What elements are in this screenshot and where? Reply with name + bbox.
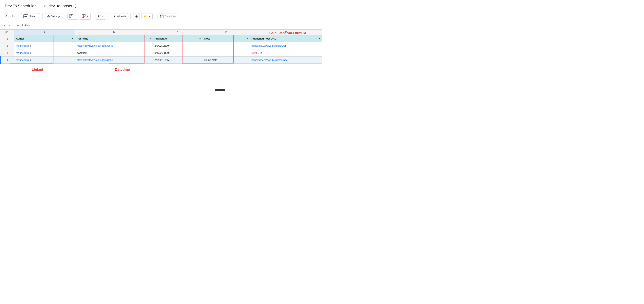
col-c-dropdown-icon[interactable]: ▼ <box>199 37 201 40</box>
header-col-e: Published Post URL ▼ <box>250 35 322 42</box>
style-button[interactable]: Aa Style ▼ <box>21 13 40 19</box>
divider-7 <box>155 13 155 19</box>
svg-rect-2 <box>70 16 71 17</box>
row-2-col-c[interactable]: 2/8/22 15:00 <box>153 42 203 49</box>
table-row: 2 mauricebrg ❯ https://dev.to/aws-builde… <box>0 42 322 49</box>
row-1-num: 1 <box>0 35 14 42</box>
formula-input[interactable] <box>22 24 319 27</box>
header-pub-url: Published Post URL <box>252 37 276 40</box>
col-d-dropdown-icon[interactable]: ▼ <box>246 37 248 40</box>
row-3-linked-chevron[interactable]: ❯ <box>30 52 31 54</box>
table-row: 3 mauricebrg ❯ past post 3/12/20 15:00 <box>0 49 322 56</box>
column-header-row: A B C D E <box>0 30 322 35</box>
header-col-d: Note ▼ <box>203 35 250 42</box>
style-chevron-icon: ▼ <box>36 15 38 17</box>
wizards-icon: ✦ <box>113 14 116 18</box>
row-4-note: Some Note <box>204 58 217 61</box>
header-col-b: Post URL ▼ <box>75 35 153 42</box>
side-panel-icon-1[interactable]: ⬡ <box>218 91 222 91</box>
row-2-pub-url[interactable]: https://dev.to/aws-builders/wor <box>252 44 286 47</box>
insert-row-button[interactable]: + ▼ <box>67 13 78 19</box>
row-4-col-c[interactable]: 2/6/22 15:35 <box>153 56 203 64</box>
row-4-linked-chevron[interactable]: ❯ <box>30 59 31 61</box>
row-2-linked-chevron[interactable]: ❯ <box>30 45 31 47</box>
header-col-c: Publish At ▼ <box>153 35 203 42</box>
table-name[interactable]: dev_to_posts <box>48 4 72 8</box>
header-post-url: Post URL <box>77 37 88 40</box>
row-3-col-d[interactable] <box>203 49 250 56</box>
settings-button[interactable]: ⚙ Settings <box>45 13 62 19</box>
svg-marker-8 <box>6 31 9 34</box>
svg-rect-4 <box>82 14 84 16</box>
undo-icon: ↺ <box>5 14 7 18</box>
row-4-author[interactable]: mauricebrg <box>16 58 29 61</box>
spreadsheet-table: A B C D E 1 Author ▼ Post URL <box>0 29 322 64</box>
row-3-col-c[interactable]: 3/12/20 15:00 <box>153 49 203 56</box>
col-header-c[interactable]: C <box>153 30 203 35</box>
row-2-col-a[interactable]: mauricebrg ❯ <box>14 42 75 49</box>
undo-button[interactable]: ↺ <box>3 13 9 19</box>
formula-confirm-button[interactable]: ✓ <box>8 23 11 27</box>
row-2-author[interactable]: mauricebrg <box>16 44 29 47</box>
lightning-button[interactable]: ⚡ ▼ <box>141 13 152 19</box>
corner-cell <box>0 30 14 35</box>
row-3-col-b[interactable]: past post <box>75 49 153 56</box>
col-b-dropdown-icon[interactable]: ▼ <box>149 37 151 40</box>
row-3-num: 3 <box>0 49 14 56</box>
col-a-dropdown-icon[interactable]: ▼ <box>72 37 74 40</box>
data-header-row: 1 Author ▼ Post URL ▼ Publish At <box>0 35 322 42</box>
col-header-d[interactable]: D <box>203 30 250 35</box>
redo-button[interactable]: ↻ <box>10 13 16 19</box>
row-4-post-url[interactable]: https://dev.to/aws-builders/unde <box>77 58 113 61</box>
save-filter-label: Save filter <box>165 15 176 18</box>
row-3-col-a[interactable]: mauricebrg ❯ <box>14 49 75 56</box>
row-4-pub-url[interactable]: https://dev.to/aws-builders/unde <box>252 58 288 61</box>
row-2-col-b[interactable]: https://dev.to/aws-builders/work <box>75 42 153 49</box>
svg-rect-1 <box>72 14 73 16</box>
app-menu-dots[interactable]: ⋮ <box>37 3 41 8</box>
table-menu-dots[interactable]: ⋮ <box>74 3 78 8</box>
row-4-publish-at: 2/6/22 15:35 <box>154 58 168 61</box>
lightning-icon: ⚡ <box>144 14 148 18</box>
wizards-label: Wizards <box>116 15 126 18</box>
row-2-num: 2 <box>0 42 14 49</box>
svg-text:✕: ✕ <box>84 16 86 18</box>
app-name[interactable]: Dev.To Scheduler <box>5 4 36 8</box>
row-4-col-e[interactable]: https://dev.to/aws-builders/unde <box>250 56 322 64</box>
row-2-col-e[interactable]: https://dev.to/aws-builders/wor <box>250 42 322 49</box>
row-2-col-d[interactable] <box>203 42 250 49</box>
svg-rect-6 <box>82 16 84 17</box>
divider-fx <box>14 22 14 28</box>
annotation-linked: Linked <box>32 68 43 72</box>
row-4-col-d[interactable]: Some Note <box>203 56 250 64</box>
delete-row-icon: ✕ <box>82 14 86 18</box>
row-4-col-b[interactable]: https://dev.to/aws-builders/unde <box>75 56 153 64</box>
col-header-a[interactable]: A <box>14 30 75 35</box>
header-note: Note <box>204 37 210 40</box>
header-author: Author <box>16 37 24 40</box>
row-3-col-e[interactable]: #VALUE! <box>250 49 322 56</box>
insert-chevron-icon: ▼ <box>74 15 76 17</box>
formula-cancel-button[interactable]: ✕ <box>3 23 6 27</box>
redo-icon: ↻ <box>12 14 15 18</box>
svg-text:+: + <box>72 16 73 18</box>
divider-3 <box>65 13 65 19</box>
col-header-b[interactable]: B <box>75 30 153 35</box>
header-col-a: Author ▼ <box>14 35 75 42</box>
col-header-e[interactable]: E <box>250 30 322 35</box>
layers-button[interactable]: ◈ <box>133 13 140 19</box>
wizards-button[interactable]: ✦ Wizards <box>111 13 128 19</box>
freeze-button[interactable]: ❄ ▼ <box>96 13 106 19</box>
row-2-post-url[interactable]: https://dev.to/aws-builders/work <box>77 44 112 47</box>
row-3-post-url: past post <box>77 51 87 54</box>
delete-row-button[interactable]: ✕ ▼ <box>80 13 91 19</box>
save-filter-icon: 💾 <box>160 14 164 18</box>
annotations-area: Linked Datetime <box>0 64 322 91</box>
divider-2 <box>42 13 42 19</box>
col-e-dropdown-icon[interactable]: ▼ <box>318 37 320 40</box>
style-icon: Aa <box>23 14 28 18</box>
row-4-col-a[interactable]: mauricebrg ❯ <box>14 56 75 64</box>
layers-icon: ◈ <box>135 14 138 18</box>
save-filter-button[interactable]: 💾 Save filter <box>158 13 178 19</box>
row-3-author[interactable]: mauricebrg <box>16 51 29 54</box>
